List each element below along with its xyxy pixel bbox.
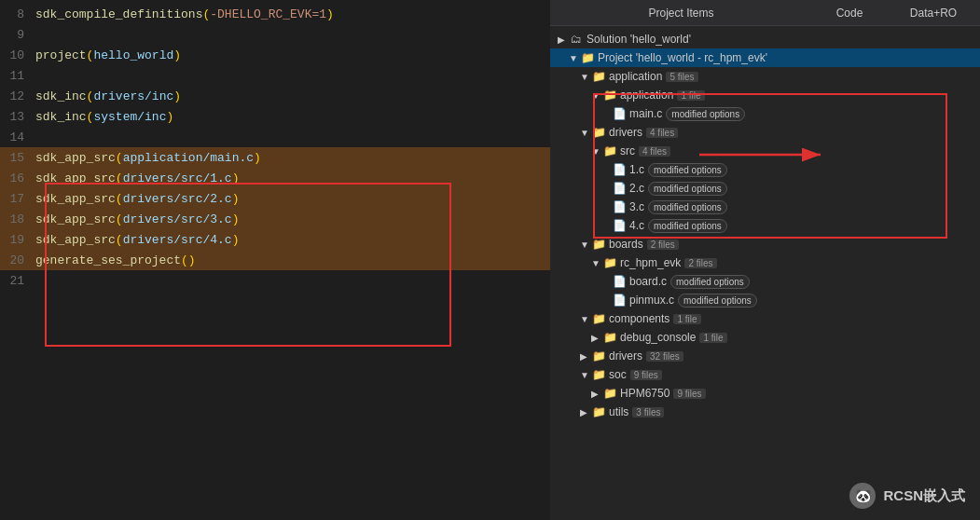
board-c-label: board.c [629,275,667,288]
tree-item-application[interactable]: ▼ 📁 application 5 files [550,67,980,86]
dataro-col-label: Data+RO [887,7,980,20]
drivers-label: drivers [609,126,642,139]
tree-item-drivers2[interactable]: ▶ 📁 drivers 32 files [550,347,980,365]
rc-hpm-evk-label: rc_hpm_evk [620,256,681,269]
code-line-19: 19 sdk_app_src(drivers/src/4.c) [0,229,550,250]
line-content: project(hello_world) [35,48,181,62]
drivers-badge: 4 files [646,128,678,138]
application-badge: 5 files [666,72,697,82]
file-icon-4c: 📄 [612,218,627,233]
3c-label: 3.c [629,200,644,213]
line-content: sdk_app_src(drivers/src/3.c) [35,212,239,226]
line-number: 8 [0,7,35,21]
line-content: sdk_compile_definitions(-DHELLO_RC_EVK=1… [35,7,334,21]
modified-badge-2c: modified options [648,182,727,196]
tree-item-src[interactable]: ▼ 📁 src 4 files [550,142,980,160]
tree-arrow-soc: ▼ [580,370,591,380]
hpm6750-badge: 9 files [673,389,705,399]
line-number: 20 [0,253,35,267]
code-line-16: 16 sdk_app_src(drivers/src/1.c) [0,168,550,188]
debug-console-badge: 1 file [699,333,726,343]
line-number: 11 [0,69,35,83]
tree-item-debug-console[interactable]: ▶ 📁 debug_console 1 file [550,328,980,347]
watermark-text: RCSN嵌入式 [883,487,965,505]
tree-arrow-rc-hpm-evk: ▼ [591,258,602,268]
code-col-label: Code [812,7,887,20]
line-content: sdk_app_src(drivers/src/2.c) [35,192,239,206]
tree-arrow-debug-console: ▶ [591,333,602,343]
tree-item-pinmux-c[interactable]: 📄 pinmux.c modified options [550,291,980,309]
line-number: 17 [0,192,35,206]
line-number: 16 [0,171,35,185]
tree-item-rc-hpm-evk[interactable]: ▼ 📁 rc_hpm_evk 2 files [550,253,980,272]
line-number: 10 [0,48,35,62]
line-number: 15 [0,151,35,165]
1c-label: 1.c [629,163,644,176]
tree-item-3c[interactable]: 📄 3.c modified options [550,198,980,216]
tree-item-application-sub[interactable]: ▼ 📁 application 1 file [550,86,980,104]
tree-arrow-project: ▼ [569,53,580,63]
code-line-12: 12 sdk_inc(drivers/inc) [0,86,550,106]
code-line-21: 21 [0,270,550,291]
soc-badge: 9 files [630,370,662,380]
tree-arrow-hpm6750: ▶ [591,389,602,399]
line-content: sdk_app_src(drivers/src/4.c) [35,233,239,247]
line-content: generate_ses_project() [35,253,196,267]
line-number: 9 [0,28,35,42]
right-panel: Project Items Code Data+RO ▶ 🗂 Solution … [550,0,980,520]
watermark: 🐼 RCSN嵌入式 [849,483,965,509]
line-content: sdk_inc(system/inc) [35,110,173,124]
drivers2-label: drivers [609,349,642,363]
tree-arrow-components: ▼ [580,314,591,324]
file-icon-main-c: 📄 [612,106,627,121]
tree-item-1c[interactable]: 📄 1.c modified options [550,160,980,179]
code-line-14: 14 [0,127,550,147]
tree-item-board-c[interactable]: 📄 board.c modified options [550,272,980,291]
tree-arrow-application: ▼ [580,72,591,82]
rc-hpm-evk-badge: 2 files [684,258,716,268]
modified-badge-3c: modified options [648,200,727,214]
boards-label: boards [609,238,643,251]
line-number: 18 [0,212,35,226]
code-panel: 8 sdk_compile_definitions(-DHELLO_RC_EVK… [0,0,550,520]
project-items-label: Project Items [550,7,812,20]
utils-badge: 3 files [632,407,664,417]
folder-icon-utils: 📁 [591,404,606,419]
tree-item-soc[interactable]: ▼ 📁 soc 9 files [550,365,980,384]
soc-label: soc [609,368,627,381]
tree-arrow-solution: ▶ [558,34,569,45]
application-sub-badge: 1 file [677,90,704,101]
file-icon-2c: 📄 [612,181,627,196]
tree-item-drivers[interactable]: ▼ 📁 drivers 4 files [550,123,980,142]
tree-item-solution[interactable]: ▶ 🗂 Solution 'hello_world' [550,30,980,48]
tree-item-4c[interactable]: 📄 4.c modified options [550,216,980,235]
code-lines: 8 sdk_compile_definitions(-DHELLO_RC_EVK… [0,0,550,291]
components-badge: 1 file [673,314,700,324]
modified-badge-pinmux-c: modified options [678,294,757,308]
line-number: 12 [0,89,35,103]
line-number: 13 [0,110,35,124]
tree-item-utils[interactable]: ▶ 📁 utils 3 files [550,403,980,421]
folder-icon-rc-hpm-evk: 📁 [602,255,617,270]
tree-item-2c[interactable]: 📄 2.c modified options [550,179,980,198]
tree-item-main-c[interactable]: 📄 main.c modified options [550,104,980,123]
2c-label: 2.c [629,182,644,195]
tree-item-project[interactable]: ▼ 📁 Project 'hello_world - rc_hpm_evk' [550,48,980,67]
code-line-9: 9 [0,24,550,45]
code-line-11: 11 [0,65,550,86]
folder-icon-drivers: 📁 [591,125,606,140]
folder-icon-drivers2: 📁 [591,349,606,363]
4c-label: 4.c [629,219,644,232]
solution-icon: 🗂 [569,32,584,47]
file-icon-board-c: 📄 [612,274,627,289]
tree-item-components[interactable]: ▼ 📁 components 1 file [550,309,980,328]
file-icon-pinmux-c: 📄 [612,293,627,308]
panel-header: Project Items Code Data+RO [550,0,980,26]
modified-badge-4c: modified options [648,219,727,233]
code-line-13: 13 sdk_inc(system/inc) [0,106,550,127]
src-badge: 4 files [639,146,670,157]
folder-icon-debug-console: 📁 [602,330,617,345]
tree-item-hpm6750[interactable]: ▶ 📁 HPM6750 9 files [550,384,980,403]
application-label: application [609,70,662,83]
tree-item-boards[interactable]: ▼ 📁 boards 2 files [550,235,980,253]
